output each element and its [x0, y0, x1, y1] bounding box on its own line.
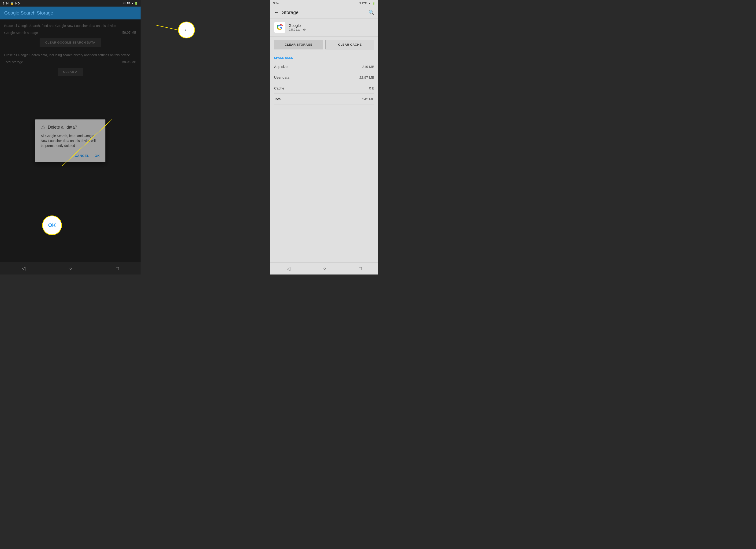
user-data-label: User data: [274, 75, 289, 79]
clear-cache-button[interactable]: CLEAR CACHE: [325, 40, 374, 49]
dialog-overlay: ⚠ Delete all data? All Google Search, fe…: [0, 19, 141, 262]
right-nfc-icon: N: [359, 2, 361, 5]
right-wifi-icon: ▲: [368, 2, 371, 5]
ok-button[interactable]: OK: [95, 153, 100, 159]
app-size-value: 219 MB: [362, 65, 374, 69]
battery-icon: 🔋: [134, 2, 138, 5]
left-nav-bar: ◁ ○ □: [0, 262, 141, 275]
back-arrow-annotation-circle: ←: [178, 22, 195, 38]
dialog-buttons: CANCEL OK: [41, 153, 100, 159]
ok-annotation-label: OK: [48, 222, 56, 228]
space-used-label: SPACE USED: [274, 53, 374, 61]
clear-storage-button[interactable]: CLEAR STORAGE: [274, 40, 323, 49]
right-lte-icon: LTE: [362, 2, 367, 5]
cache-value: 0 B: [369, 86, 374, 90]
right-battery-icon: 🔋: [372, 2, 375, 5]
storage-row-cache: Cache 0 B: [274, 83, 374, 94]
storage-row-total: Total 242 MB: [274, 94, 374, 104]
left-header-title: Google Search Storage: [4, 10, 136, 16]
app-version: 9.5.21.arm64: [289, 28, 307, 31]
app-size-label: App size: [274, 65, 288, 69]
left-time: 3:34: [3, 2, 9, 5]
dialog-body: All Google Search, feed, and Google Now …: [41, 134, 100, 148]
nfc-icon: N: [123, 2, 125, 5]
ok-annotation-circle: OK: [42, 215, 62, 235]
right-time: 3:34: [273, 2, 279, 5]
right-home-nav-icon[interactable]: ○: [323, 266, 326, 271]
storage-section: SPACE USED App size 219 MB User data 22.…: [270, 53, 378, 104]
back-nav-icon[interactable]: ◁: [22, 266, 25, 271]
svg-line-2: [156, 25, 178, 30]
storage-row-userdata: User data 22.97 MB: [274, 72, 374, 83]
right-status-bar: 3:34 N LTE ▲ 🔋: [270, 0, 378, 7]
user-data-value: 22.97 MB: [359, 75, 374, 79]
left-status-bar: 3:34 🔒 HD N LTE ▲ 🔋: [0, 0, 141, 7]
back-arrow-btn[interactable]: ←: [274, 9, 279, 15]
back-arrow-annotation-icon: ←: [184, 27, 189, 33]
lte-icon: LTE: [126, 2, 130, 5]
total-value: 242 MB: [362, 97, 374, 101]
right-recents-nav-icon[interactable]: □: [359, 266, 362, 271]
total-label: Total: [274, 97, 282, 101]
right-nav-bar: ◁ ○ □: [270, 262, 378, 275]
right-header: ← Storage 🔍: [270, 7, 378, 19]
cancel-button[interactable]: CANCEL: [75, 153, 89, 159]
storage-row-app: App size 219 MB: [274, 61, 374, 72]
left-header: Google Search Storage: [0, 7, 141, 19]
app-name: Google: [289, 24, 307, 28]
app-details: Google 9.5.21.arm64: [289, 24, 307, 31]
recents-nav-icon[interactable]: □: [116, 266, 119, 271]
left-phone-panel: 3:34 🔒 HD N LTE ▲ 🔋 Google Search Storag…: [0, 0, 141, 275]
dialog-title-row: ⚠ Delete all data?: [41, 124, 100, 130]
right-phone-panel: 3:34 N LTE ▲ 🔋 ← Storage 🔍: [270, 0, 378, 275]
app-info-row: Google 9.5.21.arm64: [270, 19, 378, 37]
warning-icon: ⚠: [41, 124, 45, 130]
wifi-icon: ▲: [131, 2, 134, 5]
app-logo: [274, 22, 285, 33]
lock-icon: 🔒: [10, 2, 14, 5]
search-icon[interactable]: 🔍: [369, 10, 374, 15]
home-nav-icon[interactable]: ○: [69, 266, 72, 271]
cache-label: Cache: [274, 86, 284, 90]
right-back-nav-icon[interactable]: ◁: [287, 266, 290, 271]
action-buttons: CLEAR STORAGE CLEAR CACHE: [270, 37, 378, 53]
right-header-title: Storage: [282, 10, 298, 15]
signal-icons: HD: [15, 2, 20, 5]
dialog-title-text: Delete all data?: [48, 125, 77, 130]
panel-gap: [141, 0, 147, 275]
dialog: ⚠ Delete all data? All Google Search, fe…: [35, 119, 105, 162]
left-content: Erase all Google Search, feed and Google…: [0, 19, 141, 262]
